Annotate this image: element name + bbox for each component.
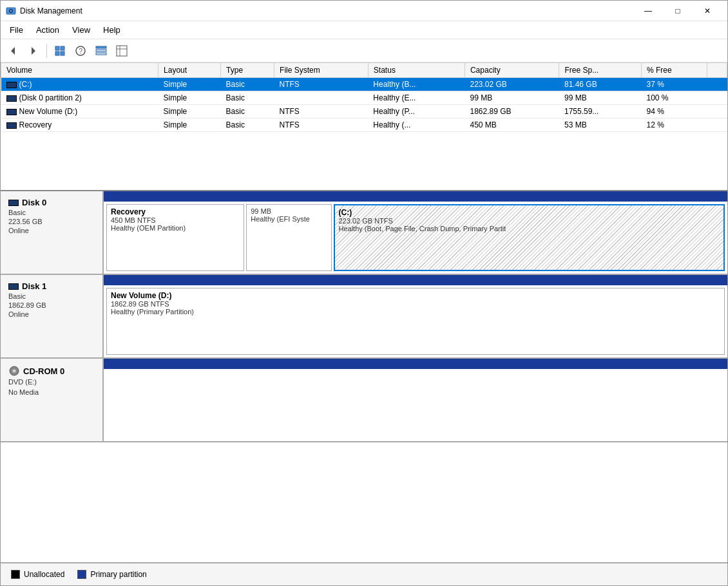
disk-icon: [8, 283, 19, 290]
overview-button[interactable]: [50, 42, 70, 60]
cell-extra: [707, 91, 727, 105]
back-icon: [7, 45, 19, 57]
disk-size: 223.56 GB: [8, 218, 95, 225]
svg-text:?: ?: [79, 48, 83, 55]
svg-rect-11: [96, 46, 106, 48]
menu-action[interactable]: Action: [30, 23, 66, 37]
cell-volume: Recovery: [1, 118, 158, 132]
table-row[interactable]: New Volume (D:) Simple Basic NTFS Health…: [1, 105, 727, 118]
cell-capacity: 1862.89 GB: [465, 105, 559, 118]
table-row[interactable]: (C:) Simple Basic NTFS Healthy (B... 223…: [1, 78, 727, 91]
partition[interactable]: New Volume (D:) 1862.89 GB NTFS Healthy …: [106, 288, 725, 355]
partition-status: Healthy (OEM Partition): [111, 224, 240, 232]
partition[interactable]: Recovery 450 MB NTFS Healthy (OEM Partit…: [106, 204, 244, 271]
svg-point-2: [10, 10, 12, 11]
menu-help[interactable]: Help: [97, 23, 127, 37]
disk-size: 1862.89 GB: [8, 301, 95, 309]
cell-layout: Simple: [158, 118, 221, 132]
maximize-button[interactable]: □: [663, 1, 693, 21]
close-button[interactable]: ✕: [693, 1, 722, 21]
disk-status: No Media: [8, 388, 95, 396]
table-row[interactable]: Recovery Simple Basic NTFS Healthy (... …: [1, 118, 727, 132]
disk-graphical-area: Disk 0 Basic 223.56 GB Online Recovery 4…: [1, 191, 727, 562]
svg-marker-3: [11, 47, 15, 55]
help-icon: ?: [75, 45, 86, 57]
cell-capacity: 99 MB: [465, 91, 559, 105]
disk-type: Basic: [8, 209, 95, 216]
toolbar: ?: [1, 39, 727, 62]
menu-bar: File Action View Help: [1, 21, 727, 39]
disk-name: Disk 0: [8, 198, 95, 207]
disk-name: Disk 1: [8, 281, 95, 291]
disk-title: CD-ROM 0: [23, 366, 64, 376]
disk-icon: [8, 200, 19, 206]
partition-status: Healthy (Boot, Page File, Crash Dump, Pr…: [339, 225, 720, 232]
detail-button[interactable]: [112, 42, 131, 60]
disk-header-bar: [104, 275, 727, 285]
cell-filesystem: [274, 91, 369, 105]
menu-file[interactable]: File: [3, 23, 30, 37]
legend-unallocated: Unallocated: [11, 570, 64, 579]
svg-rect-13: [96, 53, 106, 55]
cell-percent: 100 %: [641, 91, 707, 105]
cell-extra: [707, 105, 727, 118]
cell-filesystem: NTFS: [274, 105, 369, 118]
col-status[interactable]: Status: [368, 63, 465, 78]
disk-partitions-area: Recovery 450 MB NTFS Healthy (OEM Partit…: [104, 191, 727, 274]
cell-filesystem: NTFS: [274, 78, 369, 91]
legend-unallocated-icon: [11, 570, 20, 579]
cell-type: Basic: [221, 118, 274, 132]
svg-rect-12: [96, 50, 106, 52]
col-capacity[interactable]: Capacity: [465, 63, 559, 78]
cell-free: 53 MB: [559, 118, 642, 132]
list-icon: [95, 45, 107, 57]
disk-status: Online: [8, 227, 95, 234]
parts-row: Recovery 450 MB NTFS Healthy (OEM Partit…: [104, 202, 727, 274]
volume-icon: [6, 82, 17, 88]
partition[interactable]: 99 MB Healthy (EFI Syste: [246, 204, 331, 271]
detail-icon: [116, 45, 128, 57]
disk-management-window: Disk Management — □ ✕ File Action View H…: [0, 0, 728, 586]
minimize-button[interactable]: —: [633, 1, 663, 21]
col-free[interactable]: Free Sp...: [559, 63, 642, 78]
app-icon: [6, 6, 16, 16]
volume-table: Volume Layout Type File System Status Ca…: [1, 62, 727, 132]
disk-label: Disk 0 Basic 223.56 GB Online: [1, 191, 104, 274]
partition-status: Healthy (EFI Syste: [251, 215, 327, 223]
partition[interactable]: (C:) 223.02 GB NTFS Healthy (Boot, Page …: [334, 204, 725, 271]
disk-row: Disk 0 Basic 223.56 GB Online Recovery 4…: [1, 191, 727, 275]
col-extra: [707, 63, 727, 78]
cell-layout: Simple: [158, 105, 221, 118]
partition-name: Recovery: [111, 207, 240, 216]
partition-name: (C:): [339, 208, 720, 217]
table-row[interactable]: (Disk 0 partition 2) Simple Basic Health…: [1, 91, 727, 105]
svg-point-19: [14, 370, 15, 372]
menu-view[interactable]: View: [66, 23, 97, 37]
partition-size: 1862.89 GB NTFS: [111, 300, 720, 308]
cell-free: 81.46 GB: [559, 78, 642, 91]
forward-icon: [28, 45, 39, 57]
cdrom-empty-area: [104, 369, 727, 441]
disk-dvd: DVD (E:): [8, 378, 95, 386]
cell-extra: [707, 78, 727, 91]
col-type[interactable]: Type: [221, 63, 274, 78]
back-button[interactable]: [3, 42, 23, 60]
col-layout[interactable]: Layout: [158, 63, 221, 78]
main-content: Volume Layout Type File System Status Ca…: [1, 62, 727, 585]
cell-capacity: 223.02 GB: [465, 78, 559, 91]
disk-label: Disk 1 Basic 1862.89 GB Online: [1, 275, 104, 357]
legend-primary: Primary partition: [77, 570, 146, 579]
col-percent[interactable]: % Free: [641, 63, 707, 78]
disk-title: Disk 0: [22, 198, 46, 207]
svg-rect-6: [61, 46, 64, 50]
parts-row: New Volume (D:) 1862.89 GB NTFS Healthy …: [104, 285, 727, 357]
list-button[interactable]: [91, 42, 111, 60]
help-button[interactable]: ?: [71, 42, 90, 60]
disk-name: CD-ROM 0: [8, 365, 95, 377]
col-volume[interactable]: Volume: [1, 63, 158, 78]
partition-size: 99 MB: [251, 207, 327, 215]
legend-bar: Unallocated Primary partition: [1, 562, 727, 585]
col-filesystem[interactable]: File System: [274, 63, 369, 78]
cell-volume: New Volume (D:): [1, 105, 158, 118]
forward-button[interactable]: [24, 42, 43, 60]
